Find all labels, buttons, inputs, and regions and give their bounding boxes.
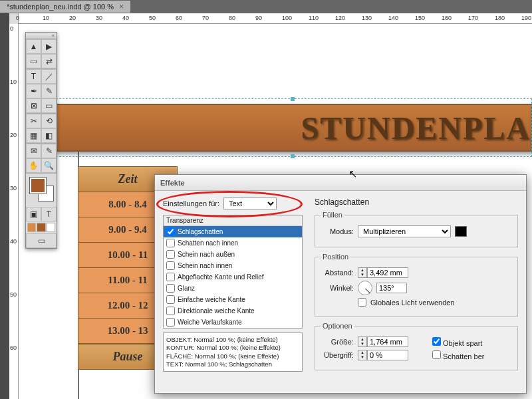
- blend-fieldset: Füllen Modus: Multiplizieren: [315, 211, 518, 247]
- blend-mode-select[interactable]: Multiplizieren: [358, 225, 451, 237]
- effect-label: Schein nach außen: [178, 251, 235, 258]
- options-legend: Optionen: [321, 322, 354, 330]
- format-container-icon[interactable]: ▣: [26, 207, 41, 221]
- gradient-swatch-tool-icon[interactable]: ▦: [26, 128, 41, 143]
- effect-label: Abgeflachte Kante und Relief: [178, 273, 264, 281]
- line-tool-icon[interactable]: ／: [41, 69, 57, 84]
- position-fieldset: Position Abstand: ▲▼ Winkel: Globales Li…: [315, 253, 518, 317]
- effect-list-item[interactable]: Schlagschatten: [164, 226, 302, 237]
- effect-checkbox[interactable]: [166, 307, 175, 315]
- apply-gradient-icon[interactable]: [37, 223, 45, 232]
- effect-list-item[interactable]: Abgeflachte Kante und Relief: [164, 271, 302, 283]
- size-spinner[interactable]: ▲▼: [358, 336, 408, 347]
- spread-label: Übergriff:: [321, 351, 354, 359]
- view-mode-icon[interactable]: ▭: [26, 233, 57, 248]
- effect-label: Weiche Verlaufskante: [178, 319, 242, 326]
- rect-frame-tool-icon[interactable]: ⊠: [26, 98, 41, 113]
- tab-title: *stundenplan_neu.indd @ 100 %: [7, 3, 114, 11]
- direct-select-tool-icon[interactable]: ▶: [41, 39, 57, 54]
- close-tab-icon[interactable]: ×: [119, 2, 124, 11]
- banner-text: STUNDENPLA: [301, 110, 531, 146]
- shadow-color-swatch[interactable]: [455, 226, 467, 237]
- ruler-vertical[interactable]: 0102030405060: [9, 24, 19, 399]
- effect-list-item[interactable]: Schein nach außen: [164, 249, 302, 260]
- global-light-checkbox[interactable]: [358, 298, 366, 307]
- hand-tool-icon[interactable]: ✋: [26, 158, 41, 173]
- effect-checkbox[interactable]: [166, 261, 175, 270]
- effect-label: Schein nach innen: [178, 262, 232, 269]
- effect-list-item[interactable]: Schein nach innen: [164, 260, 302, 271]
- title-banner-frame[interactable]: STUNDENPLA: [55, 104, 532, 152]
- shadow-honors-checkbox[interactable]: [432, 350, 441, 359]
- effect-list-item[interactable]: Glanz: [164, 283, 302, 294]
- effect-checkbox[interactable]: [166, 295, 175, 304]
- spread-input[interactable]: [367, 350, 408, 360]
- settings-for-label: Einstellungen für:: [163, 200, 219, 207]
- page-tool-icon[interactable]: ▭: [26, 54, 41, 68]
- effect-checkbox[interactable]: [166, 239, 175, 247]
- distance-spinner[interactable]: ▲▼: [358, 267, 408, 278]
- distance-label: Abstand:: [321, 269, 354, 277]
- angle-dial[interactable]: [358, 281, 372, 295]
- effect-list-item[interactable]: Einfache weiche Kante: [164, 294, 302, 305]
- effect-checkbox[interactable]: [166, 284, 175, 293]
- zoom-tool-icon[interactable]: 🔍: [41, 158, 57, 173]
- angle-label: Winkel:: [321, 284, 354, 292]
- size-input[interactable]: [367, 336, 408, 347]
- apply-none-icon[interactable]: [47, 223, 55, 232]
- fill-stroke-swatch[interactable]: [26, 174, 57, 207]
- note-tool-icon[interactable]: ✉: [26, 144, 41, 158]
- effect-label: Direktionale weiche Kante: [178, 307, 255, 315]
- format-text-icon[interactable]: T: [41, 207, 57, 221]
- selection-tool-icon[interactable]: ▲: [26, 39, 41, 54]
- dialog-title[interactable]: Effekte: [155, 175, 526, 191]
- effect-checkbox[interactable]: [166, 273, 175, 281]
- object-knocks-checkbox[interactable]: [432, 337, 441, 346]
- fill-swatch[interactable]: [30, 178, 46, 194]
- effect-checkbox[interactable]: [166, 318, 175, 327]
- gap-tool-icon[interactable]: ⇄: [41, 54, 57, 68]
- settings-for-select[interactable]: Text: [223, 198, 277, 209]
- effect-checkbox[interactable]: [166, 250, 175, 259]
- ruler-top-ticks: 0102030405060708090100110120130140150160…: [19, 13, 532, 23]
- options-fieldset: Optionen Größe: ▲▼ Objekt spart Übergrif…: [315, 322, 518, 370]
- spread-spinner[interactable]: ▲▼: [358, 350, 408, 360]
- angle-input[interactable]: [376, 283, 407, 293]
- drop-shadow-heading: Schlagschatten: [315, 198, 518, 207]
- transform-tool-icon[interactable]: ⟲: [41, 114, 57, 128]
- effect-label: Schatten nach innen: [178, 239, 238, 247]
- distance-input[interactable]: [367, 267, 408, 278]
- eyedropper-tool-icon[interactable]: ✎: [41, 144, 57, 158]
- effects-dialog[interactable]: Effekte Einstellungen für: Text Transpar…: [154, 174, 527, 394]
- effect-checkbox[interactable]: [166, 227, 175, 236]
- shadow-honors-label: Schatten ber: [443, 352, 484, 360]
- position-legend: Position: [321, 253, 350, 261]
- tools-panel[interactable]: « ▲ ▶ ▭ ⇄ T ／ ✒ ✎ ⊠ ▭ ✂ ⟲ ▦ ◧ ✉ ✎ ✋ 🔍 ▣ …: [25, 32, 57, 249]
- global-light-label: Globales Licht verwenden: [370, 299, 455, 307]
- rect-tool-icon[interactable]: ▭: [41, 98, 57, 113]
- blend-legend: Füllen: [321, 211, 344, 219]
- mode-label: Modus:: [321, 227, 354, 235]
- effects-summary: OBJEKT: Normal 100 %; (keine Effekte) KO…: [163, 332, 303, 372]
- document-tabbar: *stundenplan_neu.indd @ 100 % ×: [0, 0, 532, 13]
- effect-list-item[interactable]: Weiche Verlaufskante: [164, 317, 302, 328]
- effects-listbox[interactable]: Transparenz SchlagschattenSchatten nach …: [163, 215, 303, 329]
- effect-label: Einfache weiche Kante: [178, 296, 245, 303]
- object-knocks-label: Objekt spart: [443, 339, 482, 347]
- document-tab[interactable]: *stundenplan_neu.indd @ 100 % ×: [0, 1, 130, 13]
- size-label: Größe:: [321, 338, 354, 346]
- apply-color-icon[interactable]: [27, 223, 36, 232]
- pen-tool-icon[interactable]: ✒: [26, 84, 41, 98]
- scissors-tool-icon[interactable]: ✂: [26, 114, 41, 128]
- panel-grip[interactable]: «: [26, 33, 57, 39]
- ruler-horizontal[interactable]: 0102030405060708090100110120130140150160…: [9, 13, 532, 24]
- gradient-feather-tool-icon[interactable]: ◧: [41, 128, 57, 143]
- list-header[interactable]: Transparenz: [164, 215, 302, 226]
- color-mode-row: [26, 221, 57, 233]
- effect-label: Schlagschatten: [178, 228, 223, 235]
- type-tool-icon[interactable]: T: [26, 69, 41, 84]
- pencil-tool-icon[interactable]: ✎: [41, 84, 57, 98]
- effect-list-item[interactable]: Schatten nach innen: [164, 237, 302, 249]
- effect-label: Glanz: [178, 285, 195, 292]
- effect-list-item[interactable]: Direktionale weiche Kante: [164, 305, 302, 317]
